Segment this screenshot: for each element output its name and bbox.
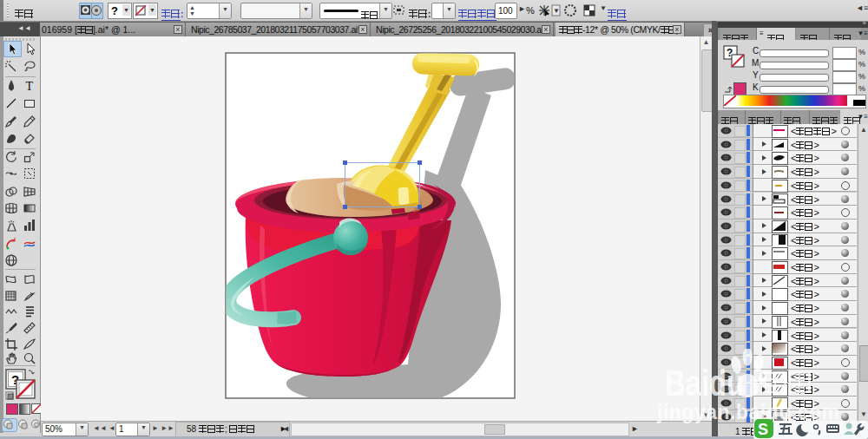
svg-text:▼: ▼ [553, 7, 560, 15]
svg-text:S: S [758, 421, 768, 438]
svg-text:T: T [26, 80, 34, 93]
